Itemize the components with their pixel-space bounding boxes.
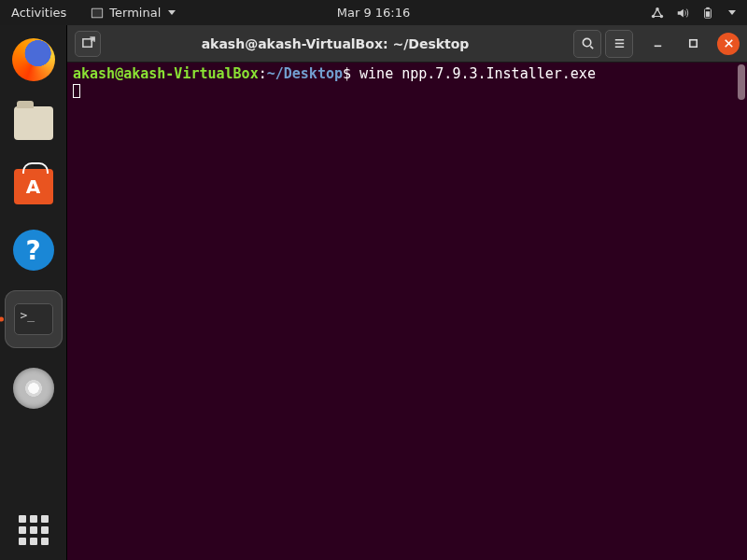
command-text: wine npp.7.9.3.Installer.exe [359,65,596,82]
svg-rect-7 [706,11,710,17]
terminal-window: akash@akash-VirtualBox: ~/Desktop akash@… [67,25,747,560]
clock[interactable]: Mar 9 16:16 [337,6,411,20]
scrollbar-thumb[interactable] [738,64,745,100]
app-menu-label: Terminal [109,6,161,20]
chevron-down-icon [728,10,736,15]
terminal-icon [14,303,53,335]
volume-icon [676,7,689,20]
dock-item-files[interactable] [10,100,57,147]
window-titlebar: akash@akash-VirtualBox: ~/Desktop [67,25,747,63]
dock-item-software[interactable] [10,163,57,210]
battery-icon [701,7,714,20]
minimize-button[interactable] [646,33,669,55]
close-button[interactable] [717,33,740,55]
chevron-down-icon [168,10,176,15]
prompt-path: ~/Desktop [267,65,343,82]
show-applications-button[interactable] [19,515,49,545]
activities-button[interactable]: Activities [0,6,78,20]
svg-rect-8 [82,39,91,47]
svg-point-9 [583,38,590,46]
svg-rect-6 [706,7,710,8]
maximize-button[interactable] [682,33,704,55]
svg-rect-1 [92,8,103,17]
files-icon [14,106,53,140]
prompt-symbol: $ [343,65,351,82]
search-icon [581,36,595,50]
gnome-topbar: Activities Terminal Mar 9 16:16 [0,0,747,25]
close-icon [722,36,736,50]
disc-icon [13,368,54,409]
hamburger-icon [613,36,627,50]
ubuntu-dock: ? [0,25,67,560]
help-icon: ? [13,230,54,271]
system-status-area[interactable] [651,7,747,20]
network-icon [651,7,664,20]
prompt-separator: : [259,65,267,82]
dock-item-terminal[interactable] [5,290,63,348]
terminal-viewport[interactable]: akash@akash-VirtualBox:~/Desktop$ wine n… [67,63,747,560]
dock-item-help[interactable]: ? [10,227,57,273]
new-tab-icon [81,36,95,50]
dock-item-disc[interactable] [10,365,57,412]
software-icon [14,169,53,204]
new-tab-button[interactable] [75,31,101,57]
terminal-cursor [73,84,80,98]
prompt-user: akash@akash-VirtualBox [73,65,259,82]
maximize-icon [686,36,700,50]
hamburger-menu-button[interactable] [605,30,633,58]
svg-rect-10 [689,40,697,48]
terminal-icon [91,7,104,20]
firefox-icon [12,38,55,81]
app-menu[interactable]: Terminal [91,6,176,20]
dock-item-firefox[interactable] [10,36,57,83]
window-title: akash@akash-VirtualBox: ~/Desktop [101,36,570,51]
terminal-content: akash@akash-VirtualBox:~/Desktop$ wine n… [73,66,741,98]
minimize-icon [651,36,665,50]
search-button[interactable] [573,30,601,58]
